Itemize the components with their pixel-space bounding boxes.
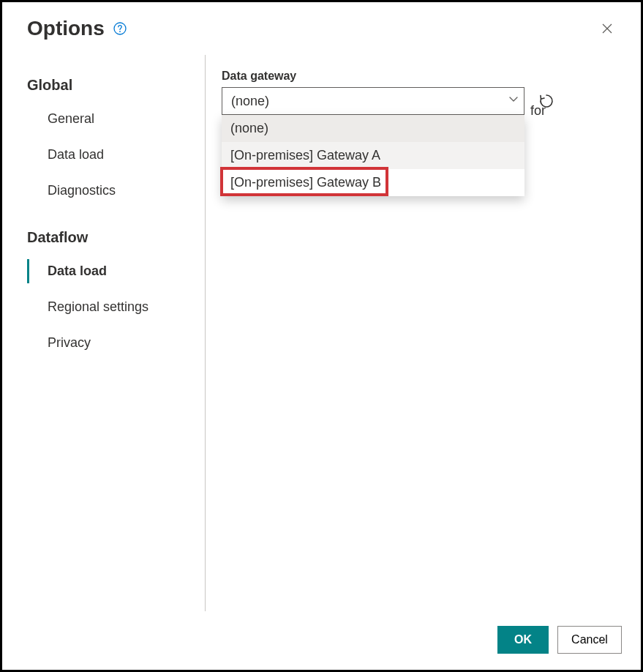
dialog-body: Global General Data load Diagnostics Dat…	[2, 48, 641, 670]
dialog-title: Options	[27, 17, 105, 40]
sidebar-item-privacy[interactable]: Privacy	[2, 325, 205, 361]
sidebar-item-global-data-load[interactable]: Data load	[2, 137, 205, 173]
partial-description-text: for	[530, 103, 546, 119]
cancel-button[interactable]: Cancel	[557, 626, 622, 654]
dialog-footer: OK Cancel	[497, 626, 622, 654]
options-dialog: Options Global General Data load Diagnos…	[0, 0, 643, 672]
gateway-option-gateway-b[interactable]: [On-premises] Gateway B	[222, 169, 524, 196]
svg-point-1	[119, 31, 121, 32]
gateway-dropdown: (none) [On-premises] Gateway A [On-premi…	[222, 115, 524, 196]
dialog-header: Options	[2, 2, 641, 48]
gateway-field-label: Data gateway	[222, 70, 619, 83]
sidebar: Global General Data load Diagnostics Dat…	[2, 55, 206, 611]
close-button[interactable]	[595, 17, 619, 40]
gateway-option-gateway-a[interactable]: [On-premises] Gateway A	[222, 142, 524, 169]
sidebar-item-general[interactable]: General	[2, 101, 205, 137]
sidebar-section-global: Global	[2, 70, 205, 101]
help-icon[interactable]	[113, 22, 127, 35]
close-icon	[601, 23, 613, 34]
gateway-combobox-input[interactable]: (none)	[222, 87, 524, 115]
sidebar-section-dataflow: Dataflow	[2, 222, 205, 253]
gateway-selected-value: (none)	[231, 94, 269, 109]
content-pane: Data gateway (none) (none) [On-premises]…	[206, 48, 641, 670]
gateway-row: (none) (none) [On-premises] Gateway A [O…	[222, 87, 619, 115]
gateway-option-none[interactable]: (none)	[222, 115, 524, 142]
gateway-combobox[interactable]: (none) (none) [On-premises] Gateway A [O…	[222, 87, 524, 115]
sidebar-item-dataflow-data-load[interactable]: Data load	[2, 253, 205, 289]
sidebar-item-regional-settings[interactable]: Regional settings	[2, 289, 205, 325]
sidebar-item-diagnostics[interactable]: Diagnostics	[2, 173, 205, 209]
ok-button[interactable]: OK	[497, 626, 549, 654]
